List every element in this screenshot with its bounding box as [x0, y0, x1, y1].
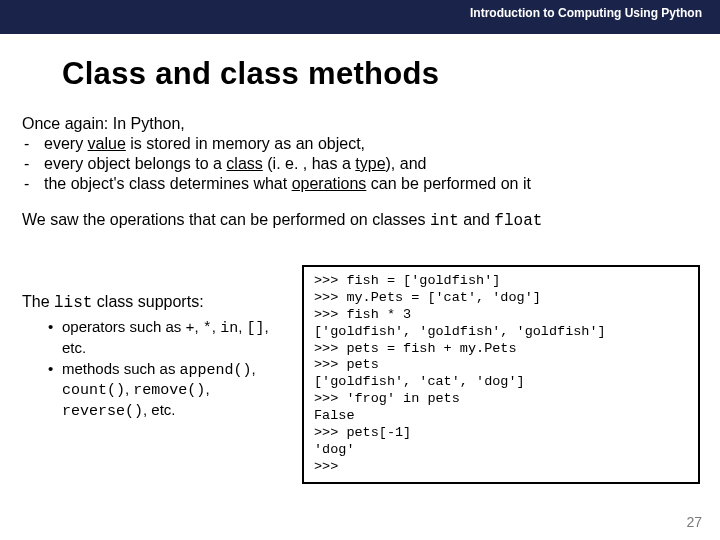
paragraph-2: We saw the operations that can be perfor… — [22, 210, 698, 231]
code-l8: >>> 'frog' in pets — [314, 391, 460, 406]
sb2-c3: , — [205, 380, 209, 397]
bullet-3-text: the object's class determines what opera… — [44, 174, 698, 194]
sb2-m3: remove() — [133, 382, 205, 399]
code-l5: >>> pets = fish + my.Pets — [314, 341, 517, 356]
sb2-c1: , — [252, 360, 256, 377]
b3-post: can be performed on it — [366, 175, 531, 192]
p2-pre: We saw the operations that can be perfor… — [22, 211, 430, 228]
b2-mid: (i. e. , has a — [263, 155, 355, 172]
left-column: The list class supports: operators such … — [22, 265, 302, 424]
sb1-m2: * — [203, 320, 212, 337]
sub-bullets: operators such as +, *, in, [], etc. met… — [48, 318, 292, 422]
sb1-m4: [] — [246, 320, 264, 337]
header-bar: Introduction to Computing Using Python — [0, 0, 720, 34]
sb1-pre: operators such as — [62, 318, 185, 335]
intro-bullets: - every value is stored in memory as an … — [22, 134, 698, 194]
sb2-m2: count() — [62, 382, 125, 399]
course-label: Introduction to Computing Using Python — [470, 6, 702, 20]
intro-lead: Once again: In Python, — [22, 114, 698, 134]
sb2-m4: reverse() — [62, 403, 143, 420]
sub-bullet-2: methods such as append(), count(), remov… — [48, 360, 292, 422]
page-title: Class and class methods — [62, 56, 720, 92]
b2-u2: type — [355, 155, 385, 172]
code-l11: 'dog' — [314, 442, 355, 457]
sup-pre: The — [22, 293, 54, 310]
b2-u: class — [226, 155, 262, 172]
code-l12: >>> — [314, 459, 346, 474]
code-l1: >>> fish = ['goldfish'] — [314, 273, 500, 288]
p2-mid: and — [459, 211, 495, 228]
b2-pre: every object belongs to a — [44, 155, 226, 172]
bullet-2: - every object belongs to a class (i. e.… — [22, 154, 698, 174]
code-l9: False — [314, 408, 355, 423]
p2-float: float — [494, 212, 542, 230]
code-l10: >>> pets[-1] — [314, 425, 411, 440]
b2-post2: ), and — [386, 155, 427, 172]
main-content: Once again: In Python, - every value is … — [22, 114, 698, 231]
sup-post: class supports: — [92, 293, 203, 310]
sub-bullet-1: operators such as +, *, in, [], etc. — [48, 318, 292, 358]
bullet-3: - the object's class determines what ope… — [22, 174, 698, 194]
dash-icon: - — [22, 174, 44, 194]
sb1-c2: , — [212, 318, 220, 335]
b1-post: is stored in memory as an object, — [126, 135, 365, 152]
code-l6: >>> pets — [314, 357, 379, 372]
b1-pre: every — [44, 135, 88, 152]
p2-int: int — [430, 212, 459, 230]
bullet-1: - every value is stored in memory as an … — [22, 134, 698, 154]
b1-u: value — [88, 135, 126, 152]
sb1-c1: , — [194, 318, 202, 335]
sb2-pre: methods such as — [62, 360, 180, 377]
b3-u: operations — [292, 175, 367, 192]
page-number: 27 — [686, 514, 702, 530]
code-l3: >>> fish * 3 — [314, 307, 411, 322]
dash-icon: - — [22, 134, 44, 154]
sb1-m3: in — [220, 320, 238, 337]
bullet-1-text: every value is stored in memory as an ob… — [44, 134, 698, 154]
b3-pre: the object's class determines what — [44, 175, 292, 192]
sb2-post: , etc. — [143, 401, 176, 418]
sb2-m1: append() — [180, 362, 252, 379]
code-l7: ['goldfish', 'cat', 'dog'] — [314, 374, 525, 389]
code-l2: >>> my.Pets = ['cat', 'dog'] — [314, 290, 541, 305]
bullet-2-text: every object belongs to a class (i. e. ,… — [44, 154, 698, 174]
code-box: >>> fish = ['goldfish'] >>> my.Pets = ['… — [302, 265, 700, 484]
lower-section: The list class supports: operators such … — [22, 265, 700, 484]
dash-icon: - — [22, 154, 44, 174]
code-l4: ['goldfish', 'goldfish', 'goldfish'] — [314, 324, 606, 339]
sup-mono: list — [54, 294, 92, 312]
supports-line: The list class supports: — [22, 293, 292, 312]
